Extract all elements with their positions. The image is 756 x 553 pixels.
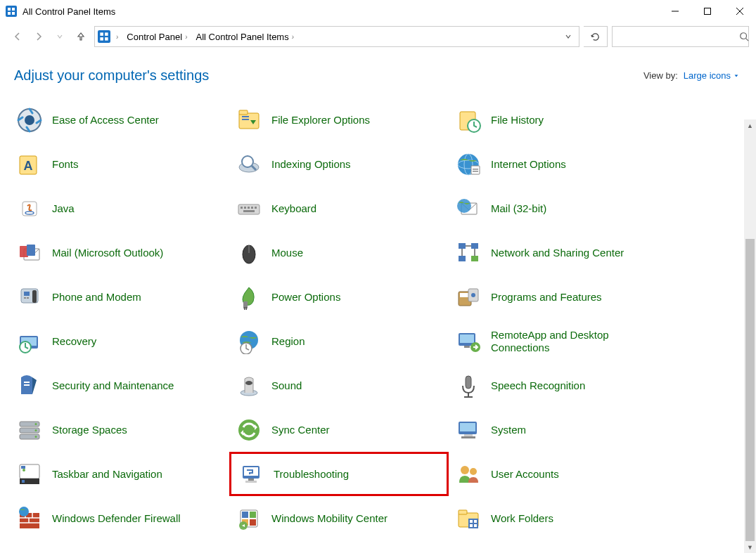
- keyboard-icon: [233, 193, 264, 224]
- mail-icon: [453, 193, 484, 224]
- maximize-button[interactable]: [691, 0, 724, 22]
- breadcrumb-label: All Control Panel Items: [196, 32, 288, 42]
- up-button[interactable]: [70, 26, 91, 47]
- control-panel-item-label: User Accounts: [491, 468, 559, 481]
- indexing-icon: [233, 149, 264, 180]
- svg-rect-4: [12, 12, 15, 15]
- window-title: All Control Panel Items: [23, 6, 659, 17]
- scroll-up-button[interactable]: ▲: [744, 119, 756, 131]
- window-buttons: [659, 0, 756, 22]
- breadcrumb-control-panel[interactable]: Control Panel›: [122, 27, 191, 46]
- address-dropdown-button[interactable]: [560, 27, 576, 46]
- control-panel-item[interactable]: Windows Mobility Center: [229, 496, 449, 540]
- back-button[interactable]: [7, 26, 28, 47]
- control-panel-item-label: Ease of Access Center: [52, 114, 159, 126]
- troubleshooting-icon: [236, 459, 267, 490]
- security-icon: [14, 370, 45, 401]
- users-icon: [453, 459, 484, 490]
- forward-button[interactable]: [28, 26, 49, 47]
- control-panel-item[interactable]: Troubleshooting: [229, 452, 449, 496]
- control-panel-item[interactable]: User Accounts: [449, 452, 756, 496]
- chevron-right-icon: ›: [116, 33, 118, 41]
- speech-icon: [453, 370, 484, 401]
- ease-access-icon: [14, 105, 45, 136]
- control-panel-item[interactable]: Sync Center: [229, 408, 449, 452]
- titlebar: All Control Panel Items: [0, 0, 756, 22]
- recent-dropdown-button[interactable]: [49, 26, 70, 47]
- control-panel-item-label: Mouse: [271, 247, 303, 259]
- search-icon[interactable]: [739, 32, 749, 41]
- items-grid: Ease of Access CenterFile Explorer Optio…: [10, 98, 756, 540]
- control-panel-item[interactable]: Java: [10, 186, 229, 230]
- control-panel-item[interactable]: Region: [229, 319, 449, 363]
- address-row: › Control Panel› All Control Panel Items…: [0, 22, 756, 51]
- control-panel-item[interactable]: Work Folders: [449, 496, 756, 540]
- control-panel-item-label: Taskbar and Navigation: [52, 468, 162, 481]
- control-panel-item[interactable]: Network and Sharing Center: [449, 230, 756, 275]
- control-panel-item[interactable]: Indexing Options: [229, 142, 449, 186]
- chevron-down-icon: [733, 73, 739, 79]
- svg-rect-13: [105, 37, 108, 41]
- control-panel-item-label: Windows Defender Firewall: [52, 512, 181, 525]
- control-panel-item[interactable]: Sound: [229, 363, 449, 408]
- control-panel-item-label: Java: [52, 202, 75, 215]
- control-panel-item[interactable]: Speech Recognition: [449, 363, 756, 408]
- control-panel-item-label: Sync Center: [271, 424, 330, 436]
- mouse-icon: [233, 238, 264, 268]
- control-panel-item[interactable]: System: [449, 408, 756, 452]
- control-panel-item[interactable]: Windows Defender Firewall: [10, 496, 229, 540]
- control-panel-item[interactable]: RemoteApp and Desktop Connections: [449, 319, 756, 363]
- viewby-value: Large icons: [684, 70, 731, 81]
- address-bar[interactable]: › Control Panel› All Control Panel Items…: [94, 26, 579, 47]
- control-panel-item-label: Programs and Features: [491, 291, 602, 304]
- svg-line-15: [746, 39, 749, 41]
- control-panel-item[interactable]: Mail (Microsoft Outlook): [10, 230, 229, 275]
- minimize-button[interactable]: [659, 0, 691, 22]
- breadcrumb-root-chevron[interactable]: ›: [112, 27, 122, 46]
- page-header: Adjust your computer's settings View by:…: [0, 51, 756, 92]
- fonts-icon: [14, 149, 45, 180]
- vertical-scrollbar[interactable]: ▲ ▼: [744, 119, 756, 553]
- control-panel-item[interactable]: Storage Spaces: [10, 408, 229, 452]
- control-panel-item-label: Power Options: [271, 291, 340, 304]
- control-panel-item[interactable]: Recovery: [10, 319, 229, 363]
- control-panel-item[interactable]: Internet Options: [449, 142, 756, 186]
- control-panel-item[interactable]: Fonts: [10, 142, 229, 186]
- control-panel-item[interactable]: Mouse: [229, 230, 449, 275]
- control-panel-item[interactable]: Phone and Modem: [10, 275, 229, 319]
- control-panel-item[interactable]: Power Options: [229, 275, 449, 319]
- control-panel-item-label: Network and Sharing Center: [491, 247, 624, 259]
- svg-rect-12: [100, 37, 103, 41]
- refresh-button[interactable]: [584, 26, 608, 47]
- control-panel-item-label: Phone and Modem: [52, 291, 141, 304]
- control-panel-item[interactable]: Mail (32-bit): [449, 186, 756, 230]
- control-panel-item-label: Mail (Microsoft Outlook): [52, 247, 163, 259]
- search-input[interactable]: [613, 32, 739, 42]
- scroll-thumb[interactable]: [745, 239, 755, 541]
- recovery-icon: [14, 326, 45, 357]
- control-panel-item[interactable]: Keyboard: [229, 186, 449, 230]
- control-panel-item[interactable]: File Explorer Options: [229, 98, 449, 142]
- control-panel-item[interactable]: Security and Maintenance: [10, 363, 229, 408]
- svg-rect-11: [105, 32, 108, 36]
- firewall-icon: [14, 503, 45, 534]
- sync-icon: [233, 415, 264, 445]
- svg-rect-6: [705, 8, 711, 15]
- power-icon: [233, 282, 264, 313]
- page-title: Adjust your computer's settings: [14, 67, 643, 84]
- phone-icon: [14, 282, 45, 313]
- mail2-icon: [14, 238, 45, 268]
- viewby-dropdown[interactable]: Large icons: [684, 70, 739, 81]
- control-panel-item[interactable]: File History: [449, 98, 756, 142]
- control-panel-item-label: Security and Maintenance: [52, 379, 174, 392]
- control-panel-item-label: Recovery: [52, 335, 96, 348]
- sound-icon: [233, 370, 264, 401]
- control-panel-item-label: Indexing Options: [271, 158, 351, 171]
- control-panel-item[interactable]: Taskbar and Navigation: [10, 452, 229, 496]
- control-panel-item[interactable]: Ease of Access Center: [10, 98, 229, 142]
- breadcrumb-all-items[interactable]: All Control Panel Items›: [191, 27, 298, 46]
- scroll-down-button[interactable]: ▼: [744, 541, 756, 553]
- search-box[interactable]: [612, 26, 749, 47]
- control-panel-item[interactable]: Programs and Features: [449, 275, 756, 319]
- close-button[interactable]: [724, 0, 756, 22]
